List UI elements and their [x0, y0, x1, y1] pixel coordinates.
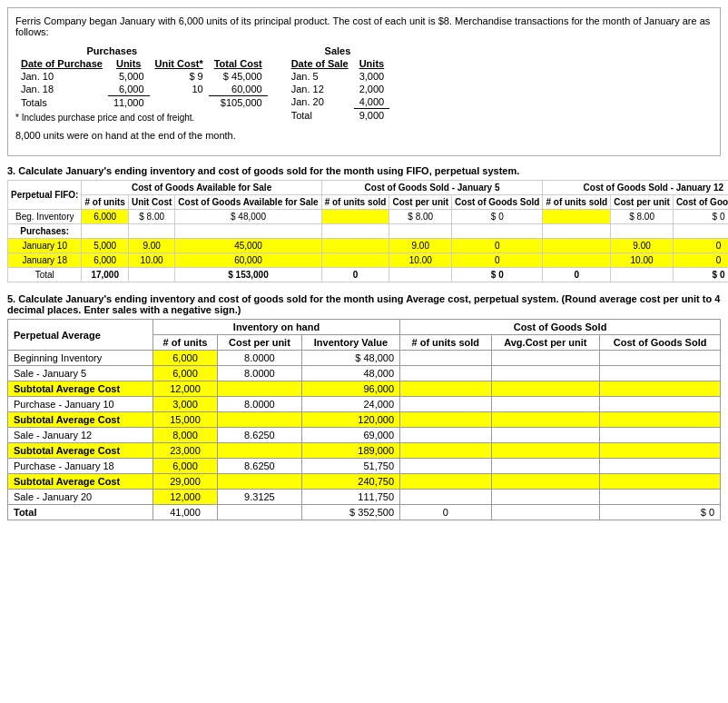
avg-units-4: 15,000 [153, 412, 218, 428]
avg-cost-per-8[interactable] [218, 474, 302, 490]
avg-sold-units-10[interactable]: 0 [400, 505, 491, 520]
avg-sold-units-4[interactable] [400, 412, 491, 428]
avg-avg-cost-5[interactable] [491, 428, 600, 443]
avg-units-9[interactable]: 12,000 [153, 490, 218, 505]
jan18-jan5-units[interactable] [321, 253, 389, 268]
sub-h-unit-cost: Unit Cost [128, 195, 174, 210]
avg-units-5[interactable]: 8,000 [153, 428, 218, 443]
footnote: * Includes purchase price and cost of fr… [15, 113, 268, 123]
avg-cost-per-6[interactable] [218, 443, 302, 459]
fifo-table: Perpetual FIFO: Cost of Goods Available … [7, 180, 728, 282]
beg-jan5-units[interactable] [321, 210, 389, 224]
cogs-header: Cost of Goods Sold [400, 320, 721, 335]
jan18-total-cost: 60,000 [175, 253, 321, 268]
avg-row-label-2: Subtotal Average Cost [8, 381, 153, 397]
col-cost-goods-sold: Cost of Goods Sold [600, 335, 721, 351]
avg-cost-per-2[interactable] [218, 381, 302, 397]
avg-row-label-6: Subtotal Average Cost [8, 443, 153, 459]
avg-sold-units-9[interactable] [400, 490, 491, 505]
perpetual-fifo-header: Perpetual FIFO: [8, 181, 82, 210]
avg-units-0[interactable]: 6,000 [153, 351, 218, 366]
col-date-sale: Date of Sale [286, 57, 354, 70]
sub-h-jan12-cogs: Cost of Goods Sold [673, 195, 728, 210]
sub-h-jan5-cost-per: Cost per unit [389, 195, 452, 210]
jan18-unit-cost: 10.00 [128, 253, 174, 268]
avg-sold-units-1[interactable] [400, 366, 491, 381]
avg-avg-cost-0[interactable] [491, 351, 600, 366]
beg-inv-label: Beg. Inventory [8, 210, 82, 224]
avg-units-2: 12,000 [153, 381, 218, 397]
sub-h-cost-avail: Cost of Goods Available for Sale [175, 195, 321, 210]
total-jan12-cogs: $ 0 [673, 268, 728, 282]
avg-avg-cost-4[interactable] [491, 412, 600, 428]
jan10-jan5-units[interactable] [321, 239, 389, 253]
avg-row-7: Purchase - January 186,0008.625051,750 [8, 459, 721, 474]
jan10-jan12-cost: 9.00 [611, 239, 674, 253]
jan10-jan5-cogs: 0 [452, 239, 543, 253]
avg-avg-cost-10[interactable] [491, 505, 600, 520]
avg-sold-units-2[interactable] [400, 381, 491, 397]
avg-sold-units-7[interactable] [400, 459, 491, 474]
avg-sold-units-5[interactable] [400, 428, 491, 443]
total-label: Total [8, 268, 82, 282]
avg-cogs-0 [600, 351, 721, 366]
total-jan12-units: 0 [543, 268, 611, 282]
sale-row-jan12: Jan. 122,000 [286, 83, 390, 95]
total-jan5-units: 0 [321, 268, 389, 282]
sub-h-units: # of units [82, 195, 128, 210]
sale-row-jan5: Jan. 53,000 [286, 70, 390, 83]
avg-sold-units-3[interactable] [400, 397, 491, 412]
q3-label: 3. Calculate January's ending inventory … [7, 165, 721, 176]
beg-jan12-units[interactable] [543, 210, 611, 224]
avg-avg-cost-7[interactable] [491, 459, 600, 474]
avg-units-7[interactable]: 6,000 [153, 459, 218, 474]
avg-sold-units-0[interactable] [400, 351, 491, 366]
total-jan5-cogs: $ 0 [452, 268, 543, 282]
avg-cost-per-7: 8.6250 [218, 459, 302, 474]
avg-cogs-5 [600, 428, 721, 443]
intro-text: Ferris Company began January with 6,000 … [15, 15, 713, 37]
jan18-jan5-cost: 10.00 [389, 253, 452, 268]
fifo-row-jan10: January 10 5,000 9.00 45,000 9.00 0 9.00… [8, 239, 729, 253]
jan10-units[interactable]: 5,000 [82, 239, 128, 253]
avg-row-label-3: Purchase - January 10 [8, 397, 153, 412]
sub-h-jan12-cost-per: Cost per unit [611, 195, 674, 210]
avg-cogs-10: $ 0 [600, 505, 721, 520]
avg-sold-units-8[interactable] [400, 474, 491, 490]
avg-avg-cost-8[interactable] [491, 474, 600, 490]
beg-jan5-cogs: $ 0 [452, 210, 543, 224]
jan18-units[interactable]: 6,000 [82, 253, 128, 268]
avg-cogs-1 [600, 366, 721, 381]
avg-avg-cost-1[interactable] [491, 366, 600, 381]
avg-sold-units-6[interactable] [400, 443, 491, 459]
avg-inv-value-1: 48,000 [301, 366, 399, 381]
col-units-sold: # of units sold [400, 335, 491, 351]
jan18-jan12-cogs: 0 [673, 253, 728, 268]
avg-cost-per-1: 8.0000 [218, 366, 302, 381]
avg-avg-cost-3[interactable] [491, 397, 600, 412]
jan10-jan12-units[interactable] [543, 239, 611, 253]
avg-cost-per-3: 8.0000 [218, 397, 302, 412]
sale-row-total: Total9,000 [286, 109, 390, 123]
avg-units-1[interactable]: 6,000 [153, 366, 218, 381]
avg-row-9: Sale - January 2012,0009.3125111,750 [8, 490, 721, 505]
purchase-row-jan10: Jan. 105,000$ 9$ 45,000 [15, 70, 268, 83]
avg-cogs-8 [600, 474, 721, 490]
avg-cost-per-5: 8.6250 [218, 428, 302, 443]
jan18-jan12-units[interactable] [543, 253, 611, 268]
avg-cogs-7 [600, 459, 721, 474]
beg-units[interactable]: 6,000 [82, 210, 128, 224]
col-total-cost: Total Cost [209, 57, 268, 70]
avg-avg-cost-6[interactable] [491, 443, 600, 459]
total-unit-cost [128, 268, 174, 282]
avg-units-3[interactable]: 3,000 [153, 397, 218, 412]
col-num-units: # of units [153, 335, 218, 351]
avg-avg-cost-2[interactable] [491, 381, 600, 397]
sales-header: Sales [286, 45, 390, 57]
avg-cost-per-4[interactable] [218, 412, 302, 428]
avg-cost-per-10[interactable] [218, 505, 302, 520]
col-sale-units: Units [354, 57, 390, 70]
avg-avg-cost-9[interactable] [491, 490, 600, 505]
avg-cogs-9 [600, 490, 721, 505]
avg-cogs-6 [600, 443, 721, 459]
